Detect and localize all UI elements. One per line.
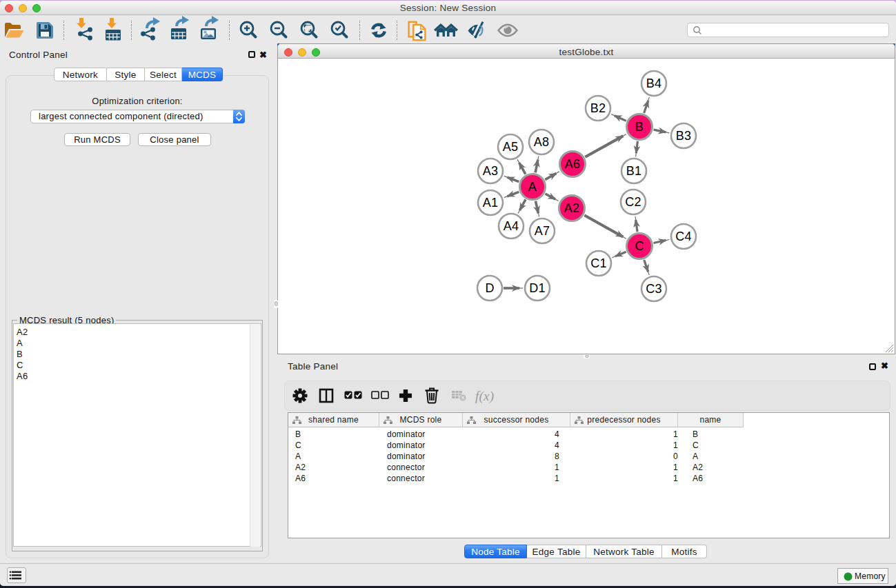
svg-text:C3: C3 — [646, 282, 662, 296]
svg-text:f(x): f(x) — [475, 389, 494, 404]
svg-text:A8: A8 — [534, 135, 550, 149]
svg-text:C2: C2 — [625, 195, 641, 209]
svg-text:A1: A1 — [483, 196, 499, 210]
svg-text:A3: A3 — [483, 164, 499, 178]
svg-text:A2: A2 — [564, 201, 580, 215]
svg-text:B3: B3 — [676, 129, 692, 143]
svg-text:A7: A7 — [535, 224, 550, 238]
svg-text:B4: B4 — [646, 77, 662, 90]
svg-text:B: B — [635, 120, 644, 134]
svg-text:D1: D1 — [529, 281, 546, 295]
svg-text:B1: B1 — [626, 164, 642, 178]
svg-text:D: D — [485, 281, 494, 295]
svg-text:A6: A6 — [565, 157, 581, 171]
svg-text:C: C — [635, 239, 644, 253]
svg-text:B2: B2 — [590, 101, 606, 115]
svg-text:A5: A5 — [503, 140, 519, 154]
svg-text:C4: C4 — [675, 230, 692, 243]
svg-text:A: A — [528, 180, 537, 194]
svg-text:C1: C1 — [590, 256, 607, 270]
svg-text:A4: A4 — [504, 219, 519, 233]
